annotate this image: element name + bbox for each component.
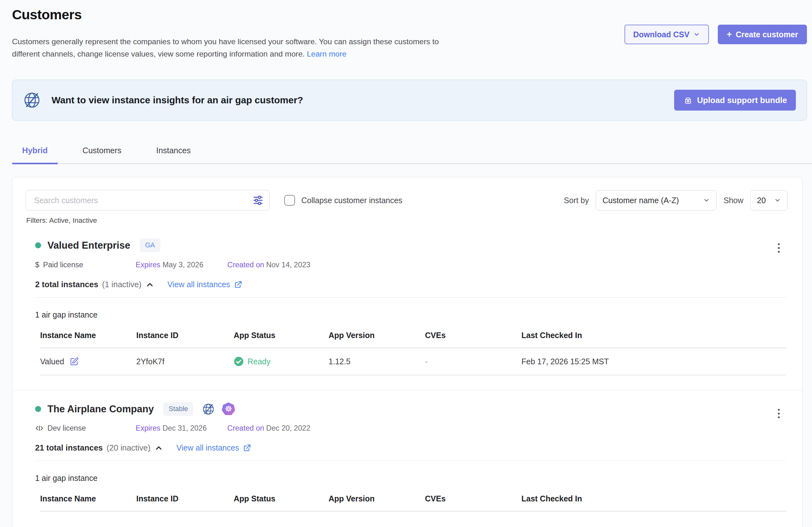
- created-field: Created on Dec 20, 2022: [227, 424, 310, 433]
- instance-table: Instance Name Instance ID App Status App…: [40, 331, 786, 375]
- instance-id-cell: 2YfoK7f: [136, 357, 234, 366]
- column-header-app-version: App Version: [329, 494, 425, 503]
- view-all-instances-link[interactable]: View all instances: [168, 280, 242, 289]
- table-row: Valued 2YfoK7f Ready 1.12.5 - Feb 17, 20…: [40, 348, 786, 375]
- divider: [35, 461, 786, 461]
- column-header-instance-name: Instance Name: [40, 331, 136, 340]
- learn-more-link[interactable]: Learn more: [307, 50, 346, 58]
- code-icon: [35, 424, 44, 433]
- view-all-instances-label: View all instances: [168, 280, 230, 289]
- expires-field: Expires Dec 31, 2026: [136, 424, 227, 433]
- search-input[interactable]: [26, 190, 270, 211]
- page-description: Customers generally represent the compan…: [12, 35, 464, 60]
- customer-meta: $ Paid license Expires May 3, 2026 Creat…: [35, 260, 786, 269]
- license-type: $ Paid license: [35, 260, 136, 269]
- license-type-label: Dev license: [47, 424, 86, 433]
- download-csv-button[interactable]: Download CSV: [624, 25, 709, 44]
- customer-card-airplane-company: The Airplane Company Stable ☸ Dev licens…: [12, 390, 802, 512]
- kebab-menu-button[interactable]: [772, 239, 785, 257]
- customer-card-valued-enterprise: Valued Enterprise GA $ Paid license Expi…: [12, 225, 802, 375]
- download-csv-label: Download CSV: [633, 30, 690, 39]
- expires-field: Expires May 3, 2026: [136, 261, 227, 269]
- edit-icon[interactable]: [69, 357, 79, 366]
- divider: [35, 297, 786, 298]
- kubernetes-glyph: ☸: [225, 404, 232, 414]
- customer-name[interactable]: The Airplane Company: [47, 404, 154, 415]
- collapse-instances-checkbox[interactable]: [284, 195, 295, 206]
- create-customer-label: Create customer: [736, 30, 798, 39]
- chevron-up-icon: [154, 443, 163, 452]
- chevron-down-icon: [774, 197, 781, 204]
- app-version-cell: 1.12.5: [329, 357, 425, 366]
- sort-by-select[interactable]: Customer name (A-Z): [596, 190, 716, 210]
- instance-table-header: Instance Name Instance ID App Status App…: [40, 494, 786, 512]
- kubernetes-icon: ☸: [222, 403, 235, 416]
- customer-type-icons: ☸: [202, 403, 235, 416]
- license-type: Dev license: [35, 424, 136, 433]
- upload-support-bundle-button[interactable]: Upload support bundle: [674, 90, 796, 110]
- column-header-instance-id: Instance ID: [136, 494, 234, 503]
- show-value: 20: [757, 196, 766, 205]
- customer-header: The Airplane Company Stable ☸: [35, 402, 786, 416]
- dollar-icon: $: [35, 260, 39, 269]
- instances-collapse-toggle[interactable]: 21 total instances (20 inactive): [35, 443, 163, 452]
- list-controls: Sort by Customer name (A-Z) Show 20: [564, 190, 788, 210]
- created-label: Created on: [227, 261, 264, 269]
- chevron-down-icon: [693, 31, 700, 38]
- upload-support-bundle-label: Upload support bundle: [697, 95, 787, 105]
- column-header-last-checked-in: Last Checked In: [521, 494, 786, 503]
- collapse-instances-group: Collapse customer instances: [284, 195, 403, 206]
- instances-total: 21 total instances: [35, 443, 103, 452]
- plus-icon: +: [727, 30, 732, 39]
- instances-inactive: (1 inactive): [102, 280, 142, 289]
- channel-badge: GA: [140, 239, 160, 252]
- customer-header: Valued Enterprise GA: [35, 239, 786, 252]
- last-checked-in-cell: Feb 17, 2026 15:25 MST: [521, 357, 786, 366]
- expires-label: Expires: [136, 261, 160, 269]
- tab-instances[interactable]: Instances: [146, 141, 201, 163]
- page-description-text: Customers generally represent the compan…: [12, 37, 439, 58]
- expires-value: Dec 31, 2026: [160, 424, 206, 432]
- created-field: Created on Nov 14, 2023: [227, 261, 310, 269]
- airgap-banner: Want to view instance insights for an ai…: [12, 80, 807, 121]
- airgap-globe-icon: [23, 91, 41, 109]
- created-value: Nov 14, 2023: [264, 261, 310, 269]
- instances-inactive: (20 inactive): [106, 443, 150, 452]
- airgap-instance-heading: 1 air gap instance: [35, 310, 786, 319]
- instances-row: 2 total instances (1 inactive) View all …: [35, 280, 786, 289]
- filter-sliders-icon[interactable]: [253, 195, 264, 206]
- show-select[interactable]: 20: [750, 190, 788, 210]
- created-label: Created on: [227, 424, 264, 432]
- cves-cell: -: [425, 357, 521, 366]
- page-title: Customers: [12, 7, 82, 22]
- instance-name: Valued: [40, 357, 64, 366]
- tab-hybrid[interactable]: Hybrid: [12, 141, 58, 163]
- instances-total: 2 total instances: [35, 280, 98, 289]
- tab-bar: Hybrid Customers Instances: [12, 141, 812, 164]
- column-header-app-version: App Version: [329, 331, 425, 340]
- upload-icon: [683, 95, 693, 105]
- tab-customers[interactable]: Customers: [72, 141, 132, 163]
- toolbar: Collapse customer instances Sort by Cust…: [12, 177, 802, 211]
- status-dot: [35, 242, 41, 249]
- sort-by-label: Sort by: [564, 196, 589, 205]
- channel-badge: Stable: [163, 402, 193, 416]
- column-header-cves: CVEs: [425, 494, 521, 503]
- view-all-instances-link[interactable]: View all instances: [176, 443, 251, 452]
- instance-table-header: Instance Name Instance ID App Status App…: [40, 331, 786, 348]
- column-header-cves: CVEs: [425, 331, 521, 340]
- external-link-icon: [234, 281, 242, 289]
- collapse-instances-label: Collapse customer instances: [301, 196, 403, 205]
- status-dot: [35, 406, 41, 412]
- created-value: Dec 20, 2022: [264, 424, 310, 432]
- expires-value: May 3, 2026: [160, 261, 203, 269]
- instances-collapse-toggle[interactable]: 2 total instances (1 inactive): [35, 280, 154, 289]
- airgap-globe-icon: [202, 403, 215, 416]
- view-all-instances-label: View all instances: [176, 443, 239, 452]
- customer-name[interactable]: Valued Enterprise: [47, 240, 130, 251]
- instance-table: Instance Name Instance ID App Status App…: [40, 494, 786, 512]
- create-customer-button[interactable]: + Create customer: [718, 25, 807, 44]
- check-circle-icon: [234, 356, 244, 366]
- column-header-instance-id: Instance ID: [136, 331, 234, 340]
- kebab-menu-button[interactable]: [772, 405, 785, 422]
